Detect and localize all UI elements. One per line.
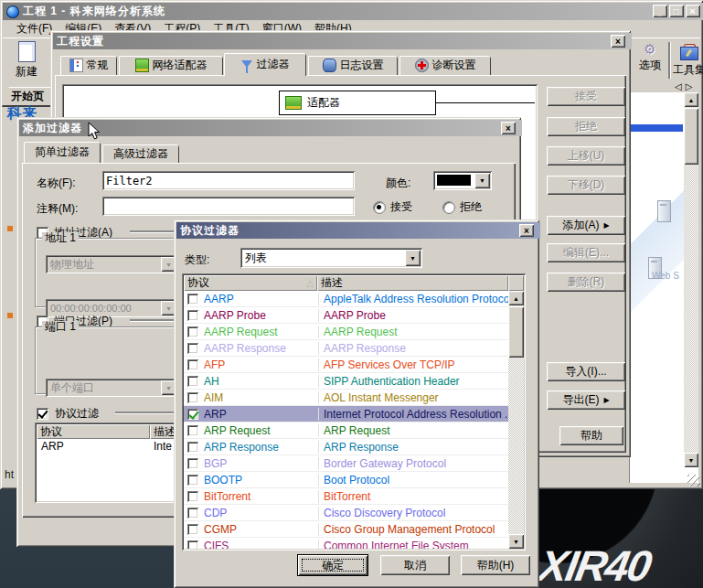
protocol-row[interactable]: AARP RequestAARP Request [184,324,508,340]
minimize-button[interactable]: _ [653,5,667,17]
tab-diagnosis-settings[interactable]: 诊断设置 [399,56,491,75]
tab-filter[interactable]: 过滤器 [224,53,306,76]
column-header-description[interactable]: 描述 [317,275,508,291]
protocol-name: AFP [198,358,318,371]
color-label: 颜色: [386,176,410,191]
protocol-row[interactable]: ARP ResponseARP Response [184,439,508,455]
protocol-checkbox[interactable] [187,491,198,502]
dropdown-icon[interactable]: ▼ [405,250,421,266]
name-label: 名称(F): [37,176,76,191]
tab-log-settings[interactable]: 日志设置 [308,56,398,75]
protocol-row[interactable]: AIMAOL Instant Messenger [184,390,508,406]
scroll-right-icon[interactable]: ▷ [686,81,693,91]
close-icon[interactable]: × [501,122,516,134]
checkbox-icon[interactable] [37,408,48,420]
accept-radio-label: 接受 [390,199,412,215]
comment-input[interactable] [102,197,355,216]
color-dropdown-icon[interactable]: ▼ [474,173,490,188]
protocol-row[interactable]: CDPCisco Discovery Protocol [184,505,508,521]
protocol-row[interactable]: AHSIPP Authentication Header [184,373,508,390]
protocol-checkbox[interactable] [187,326,198,337]
protocol-name: CDP [198,507,318,519]
protocol-row[interactable]: AFPAFP Services Over TCP/IP [184,357,508,373]
scrollbar-thumb[interactable] [508,306,524,358]
help-button[interactable]: 帮助(H) [461,555,530,575]
protocol-checkbox[interactable] [187,294,198,305]
protocol-row[interactable]: AARP ResponseAARP Response [184,340,508,357]
protocol-checkbox[interactable] [187,458,198,469]
accept-radio[interactable]: 接受 [373,199,412,215]
protocol-checkbox[interactable] [187,442,198,453]
submenu-arrow-icon: ▶ [603,221,609,230]
protocol-checkbox[interactable] [187,524,198,535]
protocol-row[interactable]: AARP ProbeAARP Probe [184,307,508,324]
tab-network-adapter[interactable]: 网络适配器 [119,56,223,75]
protocol-checkbox[interactable] [187,310,198,321]
protocol-filter-checkbox[interactable]: 协议过滤 [37,406,99,422]
column-header-protocol[interactable]: 协议 [37,424,150,439]
tab-label: 日志设置 [340,58,384,73]
protocol-row[interactable]: CIFSCommon Internet File System [184,538,508,549]
main-titlebar[interactable]: 工程 1 - 科来网络分析系统 _ □ × [3,3,703,20]
protocol-checkbox[interactable] [187,409,198,420]
new-button[interactable]: 新建 [6,41,47,80]
cancel-button[interactable]: 取消 [380,555,450,575]
protocol-checkbox[interactable] [187,376,198,387]
screen: XIR40 工程 1 - 科来网络分析系统 _ □ × 文件(F) 编辑(E) … [0,0,703,588]
tab-scroll-arrows: ◁ ▷ [675,81,692,91]
status-link-text[interactable]: ht [5,468,14,481]
protocol-row[interactable]: AARPAppleTalk Address Resolution Protoco… [184,291,508,307]
protocol-checkbox[interactable] [187,343,198,354]
scroll-left-icon[interactable]: ◁ [675,81,682,91]
close-icon[interactable]: × [519,224,534,237]
adapter-node[interactable]: 适配器 [279,91,436,115]
radio-icon[interactable] [373,201,386,214]
scroll-down-icon[interactable]: ▼ [508,534,524,549]
protocol-name: AIM [198,391,318,404]
toolset-button[interactable]: 工具集 [671,42,703,78]
protocol-filter-titlebar[interactable]: 协议过滤器 [176,222,540,239]
name-input[interactable]: Filter2 [102,171,355,190]
protocol-checkbox[interactable] [187,508,198,519]
reject-radio[interactable]: 拒绝 [442,199,482,215]
add-button[interactable]: 添加(A) ▶ [547,216,625,235]
scrollbar-thumb[interactable] [684,108,698,165]
maximize-button[interactable]: □ [669,5,684,17]
protocol-row[interactable]: CGMPCisco Group Management Protocol [184,521,508,538]
protocol-checkbox[interactable] [187,475,198,486]
adapter-icon [135,59,149,72]
list-scrollbar[interactable]: ▲ ▼ [508,291,524,549]
tab-general[interactable]: 常规 [60,56,117,75]
content-scrollbar[interactable]: ▲ ▼ [684,92,698,467]
protocol-row[interactable]: BOOTPBoot Protocol [184,472,508,488]
scroll-down-icon[interactable]: ▼ [684,453,698,467]
close-button[interactable]: × [686,5,700,17]
protocol-checkbox[interactable] [187,540,198,550]
protocol-name: AARP [198,293,318,305]
radio-icon[interactable] [442,201,455,214]
options-button[interactable]: ⚙ 选项 [630,42,670,73]
start-page-label: 开始页 [11,89,44,104]
protocol-checkbox[interactable] [187,425,198,436]
column-header-protocol[interactable]: 协议 △ [184,275,317,291]
help-button[interactable]: 帮助 [559,426,623,445]
scroll-up-icon[interactable]: ▲ [684,92,698,107]
ok-button[interactable]: 确定 [298,555,367,575]
server-icon [657,200,671,222]
project-settings-titlebar[interactable]: 工程设置 [53,33,632,49]
type-select[interactable]: 列表 ▼ [240,248,422,268]
protocol-row[interactable]: BitTorrentBitTorrent [184,488,508,505]
protocol-row[interactable]: BGPBorder Gateway Protocol [184,455,508,472]
protocol-row[interactable]: ARP RequestARP Request [184,422,508,439]
resize-grip[interactable] [687,475,700,486]
export-button[interactable]: 导出(E) ▶ [547,390,625,410]
color-picker[interactable]: ▼ [433,171,492,190]
protocol-checkbox[interactable] [187,392,198,403]
close-icon[interactable]: × [611,35,625,48]
tab-simple-filter[interactable]: 简单过滤器 [24,142,101,163]
protocol-row[interactable]: ARPInternet Protocol Address Resolution … [184,406,508,422]
protocol-checkbox[interactable] [187,359,198,370]
tab-advanced-filter[interactable]: 高级过滤器 [102,144,179,163]
import-button[interactable]: 导入(I)... [547,362,625,381]
scroll-up-icon[interactable]: ▲ [508,291,524,305]
